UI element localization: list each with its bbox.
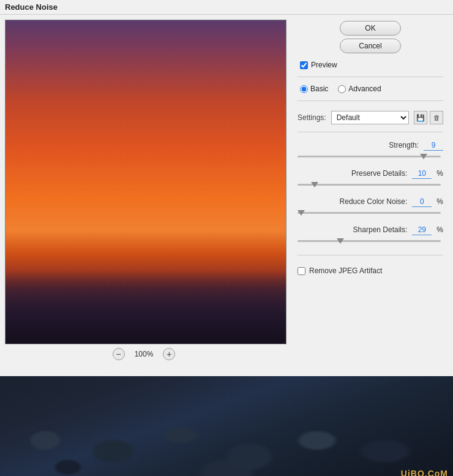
preview-checkbox-row: Preview xyxy=(300,61,443,69)
advanced-radio-label[interactable]: Advanced xyxy=(338,85,381,93)
preview-label[interactable]: Preview xyxy=(311,61,337,69)
sharpen-details-section: Sharpen Details: % xyxy=(298,224,443,245)
dialog-title: Reduce Noise xyxy=(5,2,58,12)
sharpen-details-unit: % xyxy=(436,225,443,234)
title-bar: Reduce Noise xyxy=(0,0,453,15)
watermark: UiBQ.CoM xyxy=(401,469,448,476)
strength-label: Strength: xyxy=(389,141,419,149)
zoom-level-display: 100% xyxy=(135,350,154,358)
settings-icons: 💾 🗑 xyxy=(414,111,443,124)
preserve-details-slider-container xyxy=(298,180,443,189)
delete-settings-button[interactable]: 🗑 xyxy=(430,111,443,124)
zoom-out-button[interactable]: − xyxy=(113,348,125,360)
cancel-button[interactable]: Cancel xyxy=(340,39,401,53)
preserve-details-unit: % xyxy=(436,169,443,178)
divider-3 xyxy=(298,132,443,132)
bottom-strip: UiBQ.CoM xyxy=(0,376,453,476)
reduce-color-noise-section: Reduce Color Noise: % xyxy=(298,196,443,217)
settings-row: Settings: Default Custom 💾 🗑 xyxy=(298,111,443,124)
strength-slider[interactable] xyxy=(298,152,441,161)
zoom-in-icon: + xyxy=(167,349,171,359)
reduce-color-noise-slider-container xyxy=(298,208,443,217)
divider-2 xyxy=(298,100,443,101)
strength-section: Strength: xyxy=(298,140,443,161)
settings-select[interactable]: Default Custom xyxy=(331,111,409,124)
divider-1 xyxy=(298,77,443,77)
strength-row: Strength: xyxy=(298,140,443,151)
advanced-label: Advanced xyxy=(348,85,381,93)
basic-label: Basic xyxy=(310,85,328,93)
zoom-in-button[interactable]: + xyxy=(163,348,175,360)
settings-label: Settings: xyxy=(298,113,326,122)
preserve-details-label: Preserve Details: xyxy=(351,169,407,178)
controls-panel: OK Cancel Preview Basic Advanced Setting… xyxy=(288,15,453,376)
preserve-details-row: Preserve Details: % xyxy=(298,168,443,179)
dialog-area: − 100% + OK Cancel Preview Basic xyxy=(0,15,453,376)
zoom-out-icon: − xyxy=(116,349,121,359)
preserve-details-section: Preserve Details: % xyxy=(298,168,443,189)
basic-radio[interactable] xyxy=(300,85,308,93)
action-buttons: OK Cancel xyxy=(298,21,443,53)
sharpen-details-value[interactable] xyxy=(412,224,432,235)
ok-button[interactable]: OK xyxy=(340,21,401,36)
sharpen-details-label: Sharpen Details: xyxy=(353,225,408,234)
preview-panel: − 100% + xyxy=(0,15,288,376)
reduce-color-noise-row: Reduce Color Noise: % xyxy=(298,196,443,207)
strength-slider-container xyxy=(298,152,443,161)
jpeg-artifact-label[interactable]: Remove JPEG Artifact xyxy=(309,266,382,275)
preview-image-container xyxy=(5,20,286,344)
sharpen-details-row: Sharpen Details: % xyxy=(298,224,443,235)
sharpen-details-slider[interactable] xyxy=(298,236,441,245)
mode-row: Basic Advanced xyxy=(300,85,443,93)
preview-image xyxy=(6,20,286,344)
preserve-details-slider[interactable] xyxy=(298,180,441,189)
sharpen-details-slider-container xyxy=(298,236,443,245)
save-settings-button[interactable]: 💾 xyxy=(414,111,427,124)
preserve-details-value[interactable] xyxy=(412,168,432,179)
jpeg-artifact-row: Remove JPEG Artifact xyxy=(298,266,443,275)
reduce-color-noise-label: Reduce Color Noise: xyxy=(340,197,408,206)
reduce-color-noise-slider[interactable] xyxy=(298,208,441,217)
divider-4 xyxy=(298,255,443,255)
bottom-image xyxy=(0,376,453,476)
basic-radio-label[interactable]: Basic xyxy=(300,85,328,93)
jpeg-artifact-checkbox[interactable] xyxy=(298,267,305,275)
preview-toolbar: − 100% + xyxy=(0,344,288,364)
advanced-radio[interactable] xyxy=(338,85,346,93)
preview-checkbox[interactable] xyxy=(300,61,308,69)
strength-value[interactable] xyxy=(424,140,443,151)
reduce-color-noise-value[interactable] xyxy=(412,196,432,207)
reduce-color-noise-unit: % xyxy=(436,197,443,206)
